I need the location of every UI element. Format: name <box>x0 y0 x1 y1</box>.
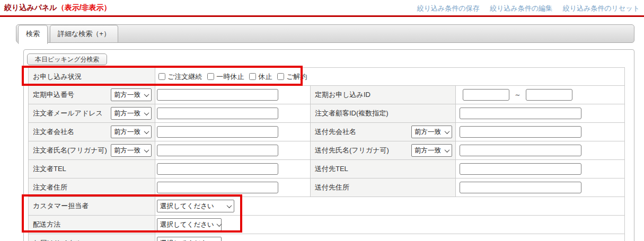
match-type-select[interactable]: 前方一致 <box>111 88 152 101</box>
field-label-shipping-tel: 送付先TEL <box>315 165 348 173</box>
show-hide-toggle-link[interactable]: （表示/非表示） <box>57 3 111 12</box>
shipping-name-input[interactable] <box>460 145 581 156</box>
range-separator: ～ <box>514 90 521 100</box>
field-label-shipping-company: 送付先会社名 <box>315 127 356 137</box>
row-orderer-email: 注文者メールアドレス 前方一致 注文者顧客ID(複数指定) <box>29 104 625 123</box>
row-subscription-number: 定期申込番号 前方一致 定期お申し込みID ～ <box>29 86 625 104</box>
customer-rep-select[interactable]: 選択してください <box>157 200 234 212</box>
orderer-address-input[interactable] <box>157 182 278 193</box>
tab-strip: 検索 詳細な検索（+） <box>16 24 634 43</box>
chevron-down-icon <box>144 110 149 115</box>
orderer-tel-input[interactable] <box>157 163 278 175</box>
select-value: 選択してください <box>160 220 214 229</box>
select-value: 前方一致 <box>114 109 140 118</box>
field-label-orderer-email: 注文者メールアドレス <box>33 109 103 118</box>
select-value: 前方一致 <box>114 146 140 155</box>
chevron-down-icon <box>144 147 149 153</box>
field-label-orderer-name: 注文者氏名(フリガナ可) <box>33 146 107 155</box>
delivery-method-select[interactable]: 選択してください <box>157 218 222 231</box>
header-links: 絞り込み条件の保存 絞り込み条件の編集 絞り込み条件のリセット <box>409 4 640 13</box>
reset-filter-link[interactable]: 絞り込み条件のリセット <box>563 4 640 12</box>
page-title: 絞り込みパネル（表示/非表示） <box>4 3 111 13</box>
field-label-subscription-id: 定期お申し込みID <box>315 91 370 99</box>
shipping-tel-input[interactable] <box>460 163 581 175</box>
match-type-select[interactable]: 前方一致 <box>411 126 452 138</box>
chevron-down-icon <box>216 221 222 227</box>
tab-search[interactable]: 検索 <box>18 25 48 44</box>
select-value: 選択してください <box>160 239 214 241</box>
status-checkbox-group: ご注文継続 一時休止 休止 ご解約 <box>157 72 624 82</box>
subscription-id-from-input[interactable] <box>463 89 509 101</box>
match-type-select[interactable]: 前方一致 <box>411 144 452 157</box>
row-delivery-method: 配送方法 選択してください <box>29 216 625 234</box>
field-label-shipping-address: 送付先住所 <box>315 183 349 191</box>
form-table: お申し込み状況 ご注文継続 一時休止 休止 ご解約 定期申込番号 前方一致 定期… <box>28 67 625 241</box>
row-name: 注文者氏名(フリガナ可) 前方一致 送付先氏名(フリガナ可) 前方一致 <box>29 141 625 160</box>
select-value: 前方一致 <box>114 91 140 100</box>
chevron-down-icon <box>144 129 149 134</box>
field-label-application-status: お申し込み状況 <box>29 68 155 86</box>
field-label-orderer-address: 注文者住所 <box>33 183 67 191</box>
checkbox-label-pause: 休止 <box>258 72 272 82</box>
orderer-email-input[interactable] <box>157 108 278 119</box>
edit-filter-link[interactable]: 絞り込み条件の編集 <box>490 4 552 12</box>
field-label-customer-rep: カスタマー担当者 <box>33 202 89 210</box>
checkbox-label-cancel: ご解約 <box>286 72 307 82</box>
orderer-name-input[interactable] <box>157 145 278 156</box>
field-label-orderer-tel: 注文者TEL <box>33 165 66 173</box>
field-label-subscription-number: 定期申込番号 <box>33 90 74 100</box>
chevron-down-icon <box>445 129 450 134</box>
row-customer-rep: カスタマー担当者 選択してください <box>29 197 625 216</box>
match-type-select[interactable]: 前方一致 <box>111 144 152 157</box>
checkbox-order-continue[interactable] <box>158 73 165 80</box>
row-application-status: お申し込み状況 ご注文継続 一時休止 休止 ご解約 <box>29 68 625 86</box>
field-label-orderer-customer-id: 注文者顧客ID(複数指定) <box>315 109 389 117</box>
field-label-delivery-cycle: お届けサイクル <box>33 239 82 241</box>
row-delivery-cycle: お届けサイクル 選択してください <box>29 234 625 241</box>
row-address: 注文者住所 送付先住所 <box>29 178 625 197</box>
row-company-name: 注文者会社名 前方一致 送付先会社名 前方一致 <box>29 123 625 141</box>
today-picking-search-button[interactable]: 本日ピッキング分検索 <box>27 53 107 65</box>
select-value: 前方一致 <box>114 128 140 137</box>
subscription-number-input[interactable] <box>157 89 278 101</box>
select-value: 選択してください <box>160 202 214 211</box>
checkbox-temporary-pause[interactable] <box>207 73 214 80</box>
field-label-orderer-company: 注文者会社名 <box>33 127 74 137</box>
panel-title-text: 絞り込みパネル <box>4 3 57 12</box>
shipping-address-input[interactable] <box>460 182 581 193</box>
select-value: 前方一致 <box>414 128 441 137</box>
shipping-company-input[interactable] <box>460 126 581 138</box>
tabs: 検索 詳細な検索（+） <box>18 25 118 44</box>
tab-advanced-search[interactable]: 詳細な検索（+） <box>50 25 118 42</box>
checkbox-pause[interactable] <box>249 73 256 80</box>
red-divider <box>0 15 644 17</box>
field-label-delivery-method: 配送方法 <box>33 220 60 228</box>
checkbox-label-temporary-pause: 一時休止 <box>216 72 244 82</box>
subscription-id-to-input[interactable] <box>526 89 572 101</box>
row-tel: 注文者TEL 送付先TEL <box>29 160 625 178</box>
orderer-company-input[interactable] <box>157 126 278 138</box>
select-value: 前方一致 <box>414 146 441 155</box>
delivery-cycle-select[interactable]: 選択してください <box>157 237 222 241</box>
field-label-shipping-name: 送付先氏名(フリガナ可) <box>315 146 389 155</box>
match-type-select[interactable]: 前方一致 <box>111 126 152 138</box>
orderer-customer-id-input[interactable] <box>460 108 581 119</box>
search-panel: 本日ピッキング分検索 お申し込み状況 ご注文継続 一時休止 休止 ご解約 定期申… <box>23 49 634 241</box>
save-filter-link[interactable]: 絞り込み条件の保存 <box>417 4 480 12</box>
chevron-down-icon <box>227 203 232 208</box>
match-type-select[interactable]: 前方一致 <box>111 107 152 120</box>
chevron-down-icon <box>144 92 149 97</box>
checkbox-label-order-continue: ご注文継続 <box>167 72 202 82</box>
checkbox-cancel[interactable] <box>277 73 284 80</box>
chevron-down-icon <box>445 147 450 153</box>
